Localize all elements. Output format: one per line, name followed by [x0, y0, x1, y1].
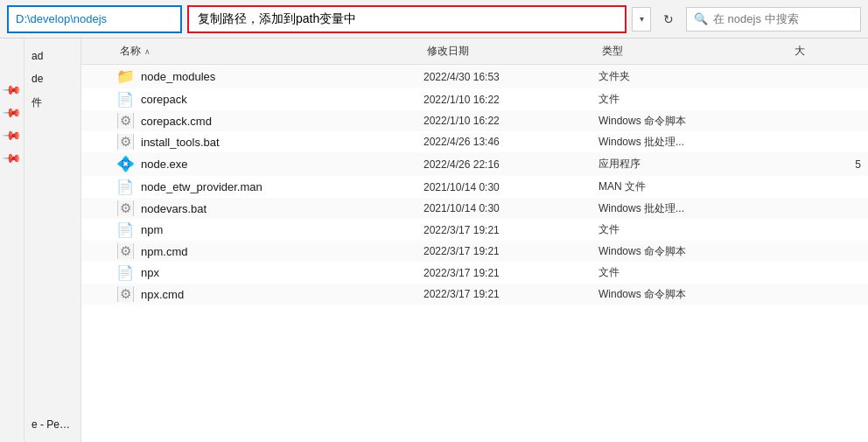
col-header-size[interactable]: 大: [791, 42, 861, 60]
file-rows: 📁 node_modules 2022/4/30 16:53 文件夹 📄 cor…: [81, 65, 868, 305]
file-icon-cmd: ⚙: [116, 286, 134, 302]
file-date: 2022/3/17 19:21: [424, 267, 598, 279]
file-name-text: npx: [141, 266, 159, 279]
refresh-icon: ↻: [663, 12, 674, 26]
refresh-button[interactable]: ↻: [656, 7, 681, 32]
table-row[interactable]: ⚙ nodevars.bat 2021/10/14 0:30 Windows 批…: [81, 198, 868, 219]
file-icon-cmd: ⚙: [116, 113, 134, 129]
file-icon-bat: ⚙: [116, 200, 134, 216]
col-header-date[interactable]: 修改日期: [424, 42, 598, 60]
table-row[interactable]: 📄 npm 2022/3/17 19:21 文件: [81, 219, 868, 241]
file-date: 2022/4/30 16:53: [424, 71, 598, 83]
file-date: 2022/3/17 19:21: [424, 224, 598, 236]
sort-arrow-icon: ∧: [144, 47, 150, 56]
file-type: Windows 命令脚本: [598, 244, 791, 259]
file-name-cell: 📄 corepack: [116, 91, 424, 108]
file-date: 2022/3/17 19:21: [424, 288, 598, 300]
search-input[interactable]: [713, 12, 836, 25]
pin-icon-3[interactable]: 📌: [2, 124, 22, 144]
file-name-text: install_tools.bat: [141, 136, 220, 149]
table-row[interactable]: ⚙ install_tools.bat 2022/4/26 13:46 Wind…: [81, 131, 868, 152]
sidebar-label-ad[interactable]: ad: [24, 46, 80, 67]
table-row[interactable]: ⚙ npx.cmd 2022/3/17 19:21 Windows 命令脚本: [81, 284, 868, 305]
left-sidebar-labels: ad de 件 e - Personal: [24, 39, 81, 442]
file-name-text: node_etw_provider.man: [141, 180, 262, 193]
col-date-label: 修改日期: [427, 44, 469, 59]
column-headers: 名称 ∧ 修改日期 类型 大: [81, 39, 868, 65]
file-type: 文件: [598, 265, 791, 280]
pin-column: 📌 📌 📌 📌: [0, 39, 24, 442]
col-header-type[interactable]: 类型: [598, 42, 791, 60]
file-type: Windows 命令脚本: [598, 114, 791, 129]
file-date: 2022/4/26 22:16: [424, 158, 598, 171]
file-name-cell: ⚙ corepack.cmd: [116, 113, 424, 129]
file-name-text: npm: [141, 223, 163, 236]
file-name-cell: 📄 npm: [116, 221, 424, 238]
pin-icon-1[interactable]: 📌: [2, 79, 22, 99]
file-list-container[interactable]: 名称 ∧ 修改日期 类型 大 📁 node_modules 2: [81, 39, 868, 442]
file-name-text: nodevars.bat: [141, 202, 206, 215]
col-size-label: 大: [794, 44, 805, 59]
file-name-cell: 📄 node_etw_provider.man: [116, 179, 424, 195]
sidebar-label-jian[interactable]: 件: [24, 91, 80, 115]
file-icon-file: 📄: [116, 264, 134, 281]
sidebar-label-de[interactable]: de: [24, 68, 80, 89]
file-name-text: corepack.cmd: [141, 115, 212, 128]
table-row[interactable]: ⚙ corepack.cmd 2022/1/10 16:22 Windows 命…: [81, 110, 868, 131]
file-size: 5: [791, 158, 861, 171]
pin-icon-4[interactable]: 📌: [2, 147, 22, 167]
file-date: 2022/4/26 13:46: [424, 136, 598, 148]
chevron-down-icon: ▾: [640, 14, 644, 24]
file-type: 文件: [598, 92, 791, 107]
file-type: 文件: [598, 222, 791, 237]
file-name-cell: ⚙ npx.cmd: [116, 286, 424, 302]
table-row[interactable]: 📄 node_etw_provider.man 2021/10/14 0:30 …: [81, 176, 868, 198]
file-type: Windows 批处理...: [598, 201, 791, 216]
address-path-text: D:\develop\nodejs: [16, 12, 107, 25]
file-name-cell: ⚙ npm.cmd: [116, 243, 424, 259]
search-icon: 🔍: [694, 12, 708, 25]
file-type: 文件夹: [598, 69, 791, 84]
file-date: 2022/3/17 19:21: [424, 245, 598, 257]
table-row[interactable]: ⚙ npm.cmd 2022/3/17 19:21 Windows 命令脚本: [81, 241, 868, 262]
file-name-text: npx.cmd: [141, 288, 184, 301]
file-date: 2022/1/10 16:22: [424, 115, 598, 127]
address-bar: D:\develop\nodejs 复制路径，添加到path变量中 ▾ ↻ 🔍: [0, 0, 868, 39]
file-name-cell: 💠 node.exe: [116, 155, 424, 173]
address-annotation: 复制路径，添加到path变量中: [187, 5, 626, 33]
file-date: 2021/10/14 0:30: [424, 181, 598, 193]
table-row[interactable]: 📄 corepack 2022/1/10 16:22 文件: [81, 88, 868, 110]
file-date: 2022/1/10 16:22: [424, 94, 598, 106]
file-icon-file: 📄: [116, 221, 134, 238]
col-name-label: 名称: [120, 44, 141, 59]
file-icon-file: 📄: [116, 91, 134, 108]
file-icon-bat: ⚙: [116, 134, 134, 150]
col-header-name[interactable]: 名称 ∧: [116, 42, 424, 60]
file-name-cell: ⚙ install_tools.bat: [116, 134, 424, 150]
sidebar-label-spacer: [24, 116, 80, 412]
file-name-cell: 📁 node_modules: [116, 67, 424, 86]
file-type: Windows 批处理...: [598, 135, 791, 150]
content-area: 📌 📌 📌 📌 ad de 件 e - Personal 名称 ∧ 修改日期: [0, 39, 868, 442]
file-type: Windows 命令脚本: [598, 287, 791, 302]
table-row[interactable]: 📁 node_modules 2022/4/30 16:53 文件夹: [81, 65, 868, 88]
file-name-cell: 📄 npx: [116, 264, 424, 281]
file-name-text: npm.cmd: [141, 245, 187, 258]
pin-icon-2[interactable]: 📌: [2, 102, 22, 122]
search-box[interactable]: 🔍: [686, 7, 861, 32]
file-icon-exe: 💠: [116, 155, 134, 173]
col-type-label: 类型: [602, 44, 623, 59]
sidebar-label-personal[interactable]: e - Personal: [24, 414, 80, 435]
file-name-cell: ⚙ nodevars.bat: [116, 200, 424, 216]
explorer-window: D:\develop\nodejs 复制路径，添加到path变量中 ▾ ↻ 🔍 …: [0, 0, 868, 442]
address-path-box[interactable]: D:\develop\nodejs: [7, 5, 182, 33]
file-name-text: corepack: [141, 93, 187, 106]
file-name-text: node.exe: [141, 158, 188, 171]
file-icon-folder: 📁: [116, 67, 134, 86]
table-row[interactable]: 📄 npx 2022/3/17 19:21 文件: [81, 262, 868, 284]
file-type: MAN 文件: [598, 179, 791, 194]
file-name-text: node_modules: [141, 70, 215, 83]
file-date: 2021/10/14 0:30: [424, 202, 598, 214]
table-row[interactable]: 💠 node.exe 2022/4/26 22:16 应用程序 5: [81, 152, 868, 176]
address-dropdown-button[interactable]: ▾: [632, 7, 651, 32]
